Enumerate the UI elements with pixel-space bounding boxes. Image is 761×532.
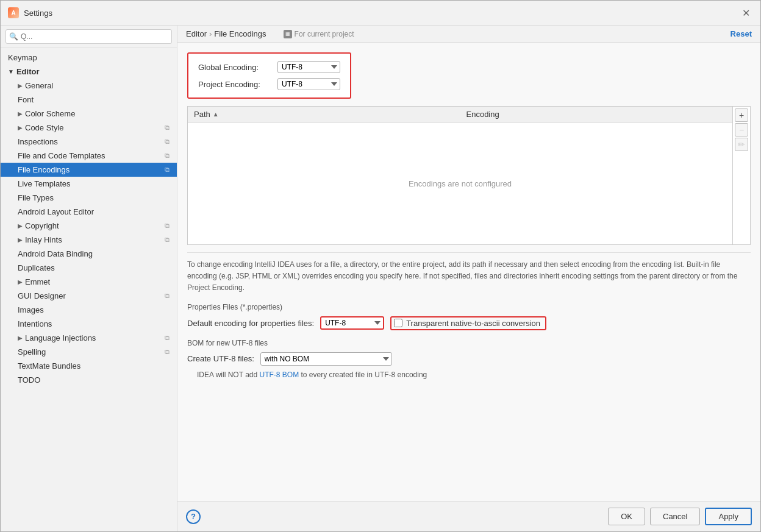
sidebar-item-inspections[interactable]: Inspections ⧉ bbox=[1, 135, 177, 149]
sidebar-item-color-scheme[interactable]: ▶ Color Scheme bbox=[1, 107, 177, 121]
sidebar-item-spelling[interactable]: Spelling ⧉ bbox=[1, 345, 177, 359]
encoding-column-header[interactable]: Encoding bbox=[460, 107, 733, 122]
sidebar-item-keymap[interactable]: Keymap bbox=[1, 51, 177, 65]
file-encodings-copy-icon: ⧉ bbox=[165, 166, 170, 174]
sidebar-item-gui-designer[interactable]: GUI Designer ⧉ bbox=[1, 289, 177, 303]
language-injections-copy-icon: ⧉ bbox=[165, 334, 170, 342]
sidebar-item-duplicates[interactable]: Duplicates bbox=[1, 261, 177, 275]
ok-button[interactable]: OK bbox=[608, 508, 645, 525]
sidebar: 🔍 Keymap ▼ Editor ▶ General bbox=[1, 26, 177, 531]
breadcrumb: Editor › File Encodings ▦ For current pr… bbox=[186, 29, 354, 38]
sidebar-item-code-style[interactable]: ▶ Code Style ⧉ bbox=[1, 121, 177, 135]
bom-info-text: IDEA will NOT add UTF-8 BOM to every cre… bbox=[197, 371, 751, 379]
project-icon: ▦ bbox=[284, 30, 292, 38]
encoding-table: Path ▲ Encoding Encodings are not config… bbox=[188, 107, 732, 244]
gui-designer-copy-icon: ⧉ bbox=[165, 292, 170, 300]
sidebar-item-copyright[interactable]: ▶ Copyright ⧉ bbox=[1, 219, 177, 233]
description-text: To change encoding IntelliJ IDEA uses fo… bbox=[187, 252, 751, 294]
sidebar-item-android-layout[interactable]: Android Layout Editor bbox=[1, 205, 177, 219]
inlay-hints-arrow: ▶ bbox=[18, 236, 23, 243]
sidebar-item-font[interactable]: Font bbox=[1, 93, 177, 107]
cancel-button[interactable]: Cancel bbox=[650, 508, 700, 525]
code-style-label: Code Style bbox=[25, 123, 64, 132]
bom-select[interactable]: with NO BOM with BOM with BOM (if non-AS… bbox=[260, 352, 392, 366]
transparent-checkbox[interactable] bbox=[394, 319, 402, 327]
settings-dialog: A Settings ✕ 🔍 Keymap ▼ Edi bbox=[0, 0, 761, 532]
default-encoding-select[interactable]: UTF-8 ISO-8859-1 UTF-16 windows-1252 US-… bbox=[320, 316, 384, 330]
sidebar-item-intentions[interactable]: Intentions bbox=[1, 317, 177, 331]
inlay-hints-copy-icon: ⧉ bbox=[165, 236, 170, 244]
remove-encoding-button[interactable]: − bbox=[735, 123, 748, 137]
sidebar-item-live-templates[interactable]: Live Templates bbox=[1, 177, 177, 191]
emmet-arrow: ▶ bbox=[18, 278, 23, 285]
title-bar-left: A Settings bbox=[8, 7, 52, 18]
sidebar-item-android-data-binding[interactable]: Android Data Binding bbox=[1, 247, 177, 261]
encoding-section: Global Encoding: UTF-8 ISO-8859-1 UTF-16… bbox=[187, 52, 351, 99]
sidebar-item-emmet[interactable]: ▶ Emmet bbox=[1, 275, 177, 289]
transparent-checkbox-label[interactable]: Transparent native-to-ascii conversion bbox=[406, 319, 540, 328]
edit-encoding-button[interactable]: ✏ bbox=[735, 138, 748, 151]
sidebar-item-images[interactable]: Images bbox=[1, 303, 177, 317]
sidebar-item-editor[interactable]: ▼ Editor bbox=[1, 65, 177, 79]
default-encoding-label: Default encoding for properties files: bbox=[187, 319, 314, 328]
sidebar-item-todo[interactable]: TODO bbox=[1, 373, 177, 387]
android-data-binding-label: Android Data Binding bbox=[18, 249, 93, 258]
file-code-templates-copy-icon: ⧉ bbox=[165, 152, 170, 160]
inspections-label: Inspections bbox=[18, 137, 58, 146]
add-encoding-button[interactable]: + bbox=[735, 108, 748, 122]
project-encoding-label: Project Encoding: bbox=[198, 80, 271, 89]
search-wrapper: 🔍 bbox=[5, 29, 172, 44]
encoding-table-wrapper: Path ▲ Encoding Encodings are not config… bbox=[187, 106, 751, 245]
apply-button[interactable]: Apply bbox=[705, 508, 752, 525]
textmate-bundles-label: TextMate Bundles bbox=[18, 361, 80, 371]
inspections-copy-icon: ⧉ bbox=[165, 138, 170, 146]
properties-section-label: Properties Files (*.properties) bbox=[187, 303, 751, 311]
copyright-label: Copyright bbox=[25, 221, 59, 230]
sidebar-item-inlay-hints[interactable]: ▶ Inlay Hints ⧉ bbox=[1, 233, 177, 247]
dialog-title: Settings bbox=[24, 9, 52, 18]
global-encoding-label: Global Encoding: bbox=[198, 63, 271, 72]
sidebar-item-file-code-templates[interactable]: File and Code Templates ⧉ bbox=[1, 149, 177, 163]
font-label: Font bbox=[18, 95, 34, 104]
copyright-arrow: ▶ bbox=[18, 222, 23, 229]
project-encoding-row: Project Encoding: UTF-8 ISO-8859-1 UTF-1… bbox=[198, 78, 340, 90]
file-code-templates-label: File and Code Templates bbox=[18, 151, 105, 160]
close-button[interactable]: ✕ bbox=[738, 5, 753, 20]
help-button[interactable]: ? bbox=[186, 509, 201, 524]
spelling-copy-icon: ⧉ bbox=[165, 348, 170, 356]
editor-label: Editor bbox=[16, 67, 40, 76]
android-layout-label: Android Layout Editor bbox=[18, 207, 94, 216]
for-current-project-text: For current project bbox=[295, 30, 354, 38]
images-label: Images bbox=[18, 305, 44, 314]
transparent-checkbox-wrapper: Transparent native-to-ascii conversion bbox=[390, 316, 546, 330]
path-column-header[interactable]: Path ▲ bbox=[188, 107, 460, 122]
sidebar-item-language-injections[interactable]: ▶ Language Injections ⧉ bbox=[1, 331, 177, 345]
editor-arrow: ▼ bbox=[8, 68, 14, 75]
search-icon: 🔍 bbox=[9, 32, 18, 41]
live-templates-label: Live Templates bbox=[18, 179, 70, 188]
sidebar-item-general[interactable]: ▶ General bbox=[1, 79, 177, 93]
file-types-label: File Types bbox=[18, 193, 54, 202]
bom-info-highlight: UTF-8 BOM bbox=[259, 371, 299, 379]
inlay-hints-label: Inlay Hints bbox=[25, 235, 62, 244]
project-encoding-select[interactable]: UTF-8 ISO-8859-1 UTF-16 windows-1252 US-… bbox=[277, 78, 340, 90]
sidebar-item-file-types[interactable]: File Types bbox=[1, 191, 177, 205]
bottom-buttons: OK Cancel Apply bbox=[608, 508, 752, 525]
sidebar-item-textmate-bundles[interactable]: TextMate Bundles bbox=[1, 359, 177, 373]
search-box: 🔍 bbox=[1, 26, 177, 48]
global-encoding-select[interactable]: UTF-8 ISO-8859-1 UTF-16 windows-1252 US-… bbox=[277, 61, 340, 73]
copyright-copy-icon: ⧉ bbox=[165, 222, 170, 230]
empty-message: Encodings are not configured bbox=[409, 179, 512, 188]
global-encoding-row: Global Encoding: UTF-8 ISO-8859-1 UTF-16… bbox=[198, 61, 340, 73]
todo-label: TODO bbox=[18, 375, 40, 385]
breadcrumb-current: File Encodings bbox=[214, 29, 266, 38]
bottom-bar: ? OK Cancel Apply bbox=[177, 501, 760, 531]
breadcrumb-bar: Editor › File Encodings ▦ For current pr… bbox=[177, 26, 760, 43]
duplicates-label: Duplicates bbox=[18, 263, 55, 272]
gui-designer-label: GUI Designer bbox=[18, 291, 66, 300]
dialog-content: 🔍 Keymap ▼ Editor ▶ General bbox=[1, 26, 760, 531]
search-input[interactable] bbox=[5, 29, 172, 44]
emmet-label: Emmet bbox=[25, 277, 50, 286]
sidebar-item-file-encodings[interactable]: File Encodings ⧉ bbox=[1, 163, 177, 177]
reset-button[interactable]: Reset bbox=[731, 29, 752, 38]
